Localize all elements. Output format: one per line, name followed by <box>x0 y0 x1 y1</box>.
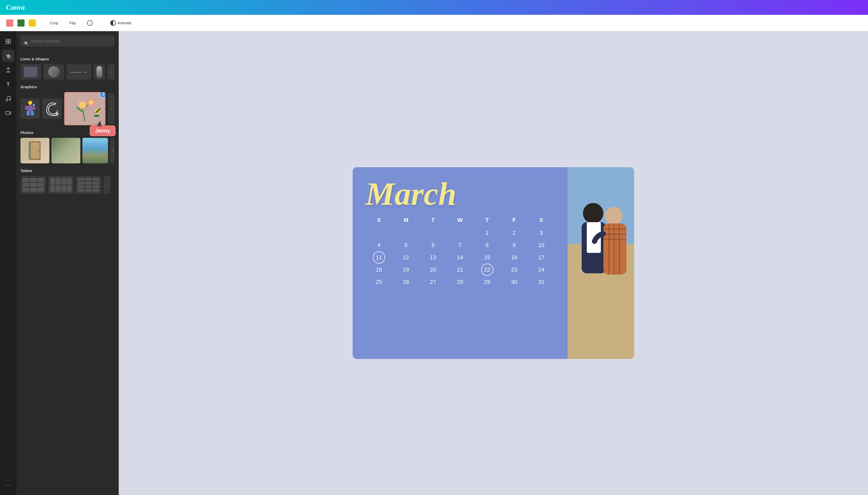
table-cell <box>22 188 29 192</box>
canvas-area: March S M T W T F S 1 <box>119 31 434 248</box>
photos-more-button[interactable]: › <box>110 138 115 164</box>
svg-point-18 <box>79 102 85 108</box>
circle-shape-inner <box>48 66 59 78</box>
calendar-row-1: 1 2 3 <box>365 227 434 239</box>
pill-shape-inner <box>97 66 102 78</box>
cal-day-empty-2 <box>393 227 420 239</box>
elements-icon[interactable] <box>2 50 14 62</box>
table-cell <box>37 183 44 187</box>
cursive-graphic[interactable] <box>42 99 61 119</box>
svg-rect-13 <box>33 104 35 106</box>
canva-logo: Canva <box>6 3 24 12</box>
tables-grid: › <box>20 176 115 194</box>
shapes-more-chevron: › <box>111 70 112 74</box>
day-header-t1: T <box>420 215 434 225</box>
table-cell <box>61 178 66 185</box>
animate-button[interactable]: Animate <box>107 18 135 28</box>
lake-photo-img <box>82 138 108 164</box>
table-cell <box>30 188 37 192</box>
table-cell <box>78 189 84 192</box>
table-cell <box>50 178 55 185</box>
crop-label: Crop <box>50 21 58 25</box>
tables-more-button[interactable]: › <box>103 176 111 194</box>
svg-point-23 <box>88 100 94 105</box>
arrow-shape[interactable]: ——→ <box>67 64 91 80</box>
upload-icon[interactable] <box>2 64 14 76</box>
table-cell <box>78 178 84 181</box>
table-cell <box>67 178 72 185</box>
music-icon[interactable] <box>2 92 14 105</box>
graphics-section-title: Graphics <box>20 85 115 89</box>
table-cell <box>93 178 99 181</box>
table-cell <box>56 178 61 185</box>
calendar-card[interactable]: March S M T W T F S 1 <box>353 167 434 248</box>
table-4x2[interactable] <box>48 176 74 194</box>
person-graphic[interactable] <box>20 99 40 119</box>
table-cell <box>56 185 61 192</box>
table-cell <box>67 185 72 192</box>
flip-button[interactable]: Flip <box>66 19 79 27</box>
table-cell <box>22 178 29 182</box>
animate-icon <box>110 20 116 26</box>
jenny-tooltip-container: Jenny <box>89 125 116 136</box>
calendar-row-2: 4 5 6 7 8 9 10 <box>365 239 434 248</box>
svg-rect-11 <box>31 111 34 116</box>
table-3x4[interactable] <box>76 176 101 194</box>
top-header: Canva <box>0 0 434 15</box>
svg-rect-5 <box>6 112 10 115</box>
table-cell <box>37 178 44 182</box>
text-icon[interactable]: T <box>2 78 14 90</box>
table-cell <box>93 182 99 184</box>
pink-color-swatch[interactable] <box>6 19 13 27</box>
svg-rect-31 <box>29 142 31 159</box>
calendar-month: March <box>365 177 434 210</box>
table-cell <box>85 185 92 188</box>
day-header-m: M <box>393 215 420 225</box>
pill-shape[interactable] <box>94 64 105 80</box>
layout-icon[interactable] <box>2 35 14 48</box>
calendar-grid: S M T W T F S 1 2 3 <box>365 215 434 248</box>
search-icon: 🔍 <box>24 41 29 46</box>
rect-shape-inner <box>24 67 37 77</box>
photos-grid: › <box>20 138 115 164</box>
toolbar-divider-1 <box>41 19 41 27</box>
table-cell <box>30 178 37 182</box>
toolbar: Crop Flip i Animate <box>0 15 434 31</box>
graphics-grid: J <box>20 92 115 125</box>
cal-day-6: 6 <box>420 239 434 248</box>
lake-photo[interactable] <box>82 138 108 164</box>
svg-rect-0 <box>6 39 8 41</box>
info-button[interactable]: i <box>83 18 96 28</box>
group-photo-img <box>51 138 80 164</box>
crop-button[interactable]: Crop <box>46 19 62 27</box>
group-photo[interactable] <box>51 138 80 164</box>
arrow-symbol: ——→ <box>70 69 87 75</box>
icon-strip: T ··· <box>0 31 16 248</box>
svg-rect-3 <box>9 42 11 44</box>
video-icon[interactable] <box>2 107 14 119</box>
graphics-more-button[interactable]: › <box>108 93 115 124</box>
table-3x3[interactable] <box>20 176 46 194</box>
tables-section-title: Tables <box>20 169 115 173</box>
text-symbol: T <box>6 81 10 88</box>
door-photo-img <box>20 138 49 164</box>
green-color-swatch[interactable] <box>17 19 24 27</box>
yellow-color-swatch[interactable] <box>29 19 36 27</box>
shapes-more-button[interactable]: › <box>108 64 115 80</box>
calendar-left: March S M T W T F S 1 <box>353 167 434 248</box>
table-cell <box>37 188 44 192</box>
table-cell <box>93 185 99 188</box>
cal-day-5: 5 <box>393 239 420 248</box>
flip-label: Flip <box>70 21 76 25</box>
tables-more-chevron: › <box>107 183 108 187</box>
rectangle-shape[interactable] <box>20 64 41 80</box>
elements-panel: 🔍 Lines & Shapes ——→ › Graphics <box>16 31 119 248</box>
svg-rect-8 <box>25 106 28 110</box>
door-photo[interactable] <box>20 138 49 164</box>
table-cell <box>30 183 37 187</box>
cal-day-empty-1 <box>365 227 393 239</box>
svg-rect-2 <box>6 42 8 44</box>
search-input[interactable] <box>20 35 115 47</box>
circle-shape[interactable] <box>44 64 64 80</box>
svg-point-6 <box>28 101 32 105</box>
